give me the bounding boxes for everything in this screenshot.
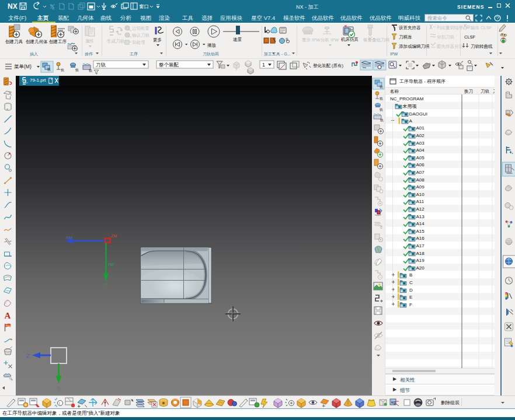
svg-text:创建刀具: 创建刀具	[5, 39, 23, 44]
svg-text:DAOGUI: DAOGUI	[409, 111, 428, 117]
svg-text:列出重切结果: 列出重切结果	[437, 25, 464, 30]
svg-text:轨: 轨	[89, 69, 92, 72]
svg-text:图夹持器分割: 图夹持器分割	[437, 44, 464, 49]
svg-text:A07: A07	[416, 170, 425, 175]
svg-text:轨: 轨	[47, 68, 51, 71]
svg-text:轨: 轨	[380, 118, 384, 122]
svg-text:轨: 轨	[380, 85, 383, 89]
svg-text:分割刀轨: 分割刀轨	[437, 34, 455, 40]
svg-text:删除组装: 删除组装	[441, 400, 460, 405]
svg-text:分析 IPW: 分析 IPW	[321, 37, 339, 43]
svg-text:NC_PROGRAM: NC_PROGRAM	[390, 96, 424, 102]
svg-text:A08: A08	[416, 177, 425, 183]
svg-text:后处理: 后处理	[132, 40, 145, 45]
svg-text:机床仿真: 机床仿真	[341, 37, 359, 42]
svg-text:B: B	[409, 272, 412, 278]
svg-text:A03: A03	[416, 141, 425, 146]
svg-text:A20: A20	[416, 265, 425, 271]
svg-text:A17: A17	[416, 243, 425, 249]
svg-text:过切检查: 过切检查	[132, 26, 149, 31]
svg-text:E: E	[409, 295, 412, 300]
svg-text:A13: A13	[416, 214, 425, 219]
svg-text:刀轨: 刀轨	[96, 62, 106, 68]
svg-text:1: 1	[262, 62, 265, 68]
svg-text:轨: 轨	[380, 97, 383, 100]
svg-text:显示 IPW: 显示 IPW	[302, 37, 321, 43]
svg-text:刀轨转曲线: 刀轨转曲线	[471, 44, 493, 49]
svg-text:刀柄库: 刀柄库	[399, 34, 412, 40]
svg-text:XM: XM	[65, 236, 72, 240]
svg-text:整化装配 (原有): 整化装配 (原有)	[313, 63, 344, 68]
svg-text:银量叠组刀柄: 银量叠组刀柄	[363, 37, 390, 43]
svg-text:输出 CLSF: 输出 CLSF	[471, 25, 492, 30]
svg-text:生成刀轨: 生成刀轨	[106, 38, 125, 44]
svg-text:轨: 轨	[75, 68, 79, 72]
svg-text:加工工具 - G...: 加工工具 - G...	[264, 52, 291, 57]
svg-text:未用项: 未用项	[402, 104, 417, 109]
svg-text:M: M	[104, 282, 107, 286]
svg-text:A10: A10	[416, 192, 425, 197]
svg-text:播放: 播放	[207, 43, 217, 48]
svg-text:创建几何体: 创建几何体	[26, 39, 48, 44]
svg-text:A18: A18	[416, 251, 425, 256]
svg-text:YM: YM	[107, 262, 114, 267]
svg-text:IPW: IPW	[390, 52, 398, 56]
svg-text:插入: 插入	[30, 52, 38, 57]
svg-text:整个装配: 整个装配	[159, 62, 179, 68]
svg-text:刀轨动画: 刀轨动画	[203, 52, 219, 57]
svg-text:确认刀轨: 确认刀轨	[131, 33, 150, 38]
svg-text:F: F	[409, 302, 412, 307]
svg-text:ZM: ZM	[110, 234, 117, 238]
svg-text:A16: A16	[416, 236, 425, 241]
svg-text:A15: A15	[416, 229, 425, 234]
svg-text:A19: A19	[416, 258, 425, 263]
svg-text:菜单(M): 菜单(M)	[14, 64, 32, 69]
svg-text:A14: A14	[416, 221, 425, 226]
svg-text:kg: kg	[391, 400, 396, 405]
svg-text:速度: 速度	[233, 37, 242, 42]
svg-text:属性: 属性	[85, 38, 95, 44]
svg-text:设置夹持器: 设置夹持器	[399, 25, 421, 30]
svg-text:轨: 轨	[380, 108, 383, 111]
svg-text:操作: 操作	[85, 52, 93, 56]
svg-text:工序: 工序	[130, 52, 138, 56]
svg-text:A09: A09	[416, 184, 425, 190]
svg-text:S: S	[286, 37, 288, 41]
svg-text:A: A	[5, 311, 11, 320]
svg-text:D: D	[409, 288, 413, 293]
svg-text:添加或编辑刀柄: 添加或编辑刀柄	[399, 44, 430, 49]
svg-text:A: A	[409, 118, 413, 124]
svg-text:更多: 更多	[153, 37, 162, 43]
svg-text:A06: A06	[416, 162, 425, 167]
svg-text:C: C	[409, 280, 413, 285]
svg-text:A11: A11	[416, 199, 424, 204]
svg-text:A02: A02	[416, 133, 425, 138]
svg-text:A04: A04	[416, 148, 425, 153]
svg-text:窗口: 窗口	[139, 4, 149, 9]
svg-text:A05: A05	[416, 155, 425, 160]
svg-text:创建工序: 创建工序	[49, 39, 67, 44]
svg-text:轨: 轨	[61, 68, 64, 72]
svg-text:Z: Z	[26, 353, 30, 359]
svg-text:A12: A12	[416, 206, 425, 212]
svg-text:A01: A01	[416, 125, 425, 131]
svg-text:CLSF: CLSF	[464, 34, 476, 40]
